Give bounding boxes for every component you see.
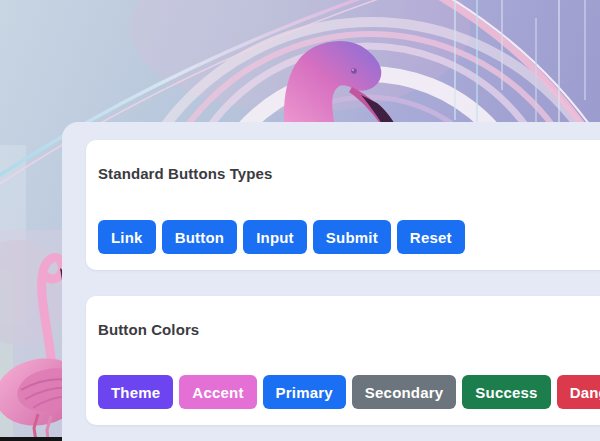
button-primary[interactable]: Primary (263, 375, 346, 409)
button-button[interactable]: Button (162, 220, 238, 254)
button-success[interactable]: Success (462, 375, 550, 409)
card-title-button-colors: Button Colors (98, 321, 600, 338)
button-row-types: LinkButtonInputSubmitReset (98, 220, 600, 254)
button-accent[interactable]: Accent (179, 375, 256, 409)
demo-panel: Standard Buttons Types LinkButtonInputSu… (62, 122, 600, 441)
card-title-standard-button-types: Standard Buttons Types (98, 165, 600, 182)
card-button-colors: Button Colors ThemeAccentPrimarySecondar… (86, 296, 600, 425)
button-danger[interactable]: Danger (557, 375, 600, 409)
button-reset[interactable]: Reset (397, 220, 465, 254)
button-input[interactable]: Input (243, 220, 307, 254)
button-link[interactable]: Link (98, 220, 156, 254)
button-submit[interactable]: Submit (313, 220, 391, 254)
button-theme[interactable]: Theme (98, 375, 173, 409)
button-row-colors: ThemeAccentPrimarySecondarySuccessDanger (98, 375, 600, 409)
card-standard-button-types: Standard Buttons Types LinkButtonInputSu… (86, 140, 600, 270)
screen: Standard Buttons Types LinkButtonInputSu… (0, 0, 600, 441)
button-secondary[interactable]: Secondary (352, 375, 457, 409)
